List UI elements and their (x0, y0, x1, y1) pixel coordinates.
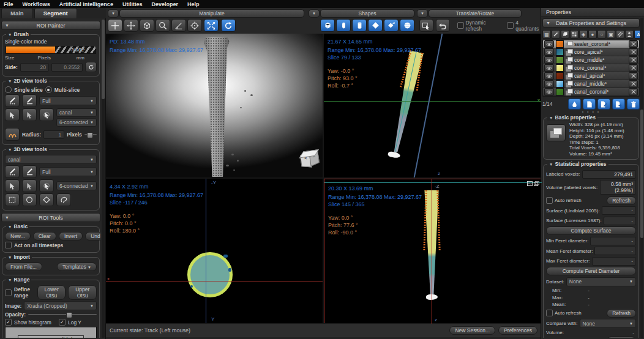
show-histogram-checkbox[interactable]: ✓ (5, 319, 12, 326)
auto-refresh-checkbox-3[interactable] (546, 338, 553, 338)
export-roi-button[interactable] (612, 99, 625, 110)
y-axis-line[interactable] (206, 179, 206, 323)
properties-tab[interactable]: Properties (541, 8, 644, 17)
radius-tool-button[interactable] (5, 128, 20, 141)
roi-row[interactable]: core_apical* (543, 48, 639, 56)
compute-feret-button[interactable]: Compute Feret Diameter (546, 267, 636, 275)
sphere-filter-icon[interactable]: ● (588, 30, 597, 39)
viewport-slice-top-right[interactable]: 21.67 X 14.65 mm Range Min: 16,378.08 Ma… (324, 34, 541, 177)
roi-export-toggle-icon[interactable] (629, 56, 638, 64)
shape-sphere-button[interactable] (400, 19, 414, 32)
multi-slice-radio[interactable] (45, 86, 52, 93)
right-panel-scrollbar[interactable] (640, 18, 643, 338)
auto-refresh-checkbox-1[interactable] (546, 197, 553, 204)
opacity-slider[interactable] (28, 314, 97, 315)
shape-cylinder-button[interactable] (352, 19, 367, 32)
refresh-button-3[interactable]: Refresh (607, 337, 636, 338)
crosshair-tool-button[interactable] (108, 19, 122, 32)
lower-otsu-button[interactable]: Lower Otsu (37, 285, 66, 300)
pick-add-button[interactable] (22, 108, 37, 121)
log-y-checkbox[interactable]: ✓ (59, 319, 66, 326)
visibility-eye-icon[interactable] (544, 88, 554, 95)
data-properties-header[interactable]: ▼Data Properties and Settings (542, 18, 640, 28)
roi-row[interactable]: core_middle* (543, 56, 639, 64)
duplicate-roi-button[interactable] (583, 99, 596, 110)
radius-slider[interactable] (84, 134, 97, 135)
slider-handle[interactable] (66, 312, 72, 318)
auto-refresh-checkbox-2[interactable] (546, 310, 553, 316)
delete-roi-button[interactable] (627, 99, 640, 110)
visibility-eye-icon[interactable] (544, 80, 554, 88)
left-panel-scrollbar[interactable] (102, 20, 105, 338)
define-range-checkbox[interactable] (5, 289, 12, 296)
templates-dropdown[interactable]: Templates ▼ (57, 263, 97, 271)
viewport-3d[interactable]: PD: 13.48 mm Range Min: 16,378.08 Max: 2… (106, 34, 323, 177)
multiroi-filter-icon[interactable] (570, 30, 578, 39)
upper-otsu-button[interactable]: Upper Otsu (68, 285, 97, 300)
viewport-corner-icons[interactable] (527, 181, 539, 186)
manipulate-collapse-button[interactable]: ▼ (108, 9, 119, 18)
target-tool-button[interactable] (187, 19, 202, 32)
menu-item-help[interactable]: Help (187, 1, 200, 7)
shape-capsule-button[interactable] (336, 19, 351, 32)
pick-button[interactable] (5, 108, 20, 121)
menu-item-file[interactable]: File (4, 1, 13, 7)
erase-brush-button[interactable] (22, 94, 37, 107)
grid-filter-icon[interactable]: ▦ (542, 30, 551, 39)
box-tool-button[interactable] (140, 19, 154, 32)
preferences-button[interactable]: Preferences (498, 326, 537, 335)
roi-row[interactable]: canal_coronal* (543, 88, 639, 96)
extract-roi-button[interactable] (568, 99, 581, 110)
roi-color-swatch[interactable] (556, 56, 564, 64)
shapes-collapse-button[interactable]: ▼ (309, 9, 320, 18)
new-roi-button[interactable]: New... (5, 232, 31, 240)
roi-row[interactable]: canal_apical* (543, 72, 639, 80)
reset-view-button[interactable] (221, 19, 236, 32)
translate-group-header[interactable]: Translate/Rotate (429, 9, 522, 18)
single-slice-radio[interactable] (5, 86, 12, 93)
x-axis-line[interactable] (106, 281, 323, 281)
dataset-dropdown[interactable]: None▼ (566, 277, 636, 286)
zoom-tool-button[interactable] (155, 19, 170, 32)
refresh-button-2[interactable]: Refresh (607, 309, 636, 318)
edit-roi-button[interactable] (597, 99, 610, 110)
roi-color-swatch[interactable] (556, 72, 564, 80)
roi-export-toggle-icon[interactable] (629, 64, 638, 72)
ring-filter-icon[interactable]: ○ (597, 30, 606, 39)
pick-add-3d-button[interactable] (22, 179, 37, 192)
paint-brush-button[interactable] (5, 94, 20, 107)
roi-painter-header[interactable]: ▼ROI Painter (1, 21, 100, 30)
image-dropdown[interactable]: Xradia (Cropped)▼ (24, 301, 97, 310)
dynamic-refresh-checkbox[interactable] (457, 22, 464, 29)
visibility-eye-icon[interactable] (544, 64, 554, 72)
visibility-eye-icon[interactable] (544, 48, 554, 56)
roi-row[interactable]: canal_middle* (543, 80, 639, 88)
shape-diamond-arrow-button[interactable] (384, 19, 399, 32)
mesh-filter-icon[interactable]: ◈ (579, 30, 588, 39)
connectivity-dropdown[interactable]: 6-connected▼ (56, 118, 97, 127)
clear-button[interactable]: Clear (33, 232, 56, 240)
translate-object-button[interactable] (419, 19, 433, 32)
pick-3d-button[interactable] (5, 179, 20, 192)
roi-export-toggle-icon[interactable] (629, 48, 638, 56)
menu-item-artificial-intelligence[interactable]: Artificial Intelligence (59, 1, 113, 7)
x-axis-line[interactable] (324, 101, 541, 102)
viewport-slice-bottom-right-selected[interactable]: 20.30 X 13.69 mm Range Min: 16,378.08 Ma… (324, 179, 542, 324)
shapes-group-header[interactable]: Shapes (320, 9, 414, 18)
roi-export-toggle-icon[interactable] (629, 40, 638, 48)
rect-select-button[interactable] (5, 193, 20, 206)
fill-mode-dropdown[interactable]: Full▼ (39, 96, 97, 105)
roi-color-swatch[interactable] (556, 80, 564, 88)
hatch-filter-icon[interactable] (616, 30, 624, 39)
shape-cube-button[interactable] (320, 19, 335, 32)
move-tool-button[interactable] (124, 19, 138, 32)
pick-region-3d-button[interactable] (39, 179, 54, 192)
menu-item-utilities[interactable]: Utilities (122, 1, 143, 7)
fill-mode-3d-dropdown[interactable]: Full▼ (39, 167, 97, 176)
x-axis-line[interactable] (324, 182, 542, 183)
reset-side-button[interactable] (85, 62, 97, 72)
lasso-select-button[interactable] (56, 193, 71, 206)
side-pixels-field[interactable]: 20 (20, 63, 49, 72)
invert-button[interactable]: Invert (59, 232, 83, 240)
layer-filter-icon[interactable] (561, 30, 569, 39)
